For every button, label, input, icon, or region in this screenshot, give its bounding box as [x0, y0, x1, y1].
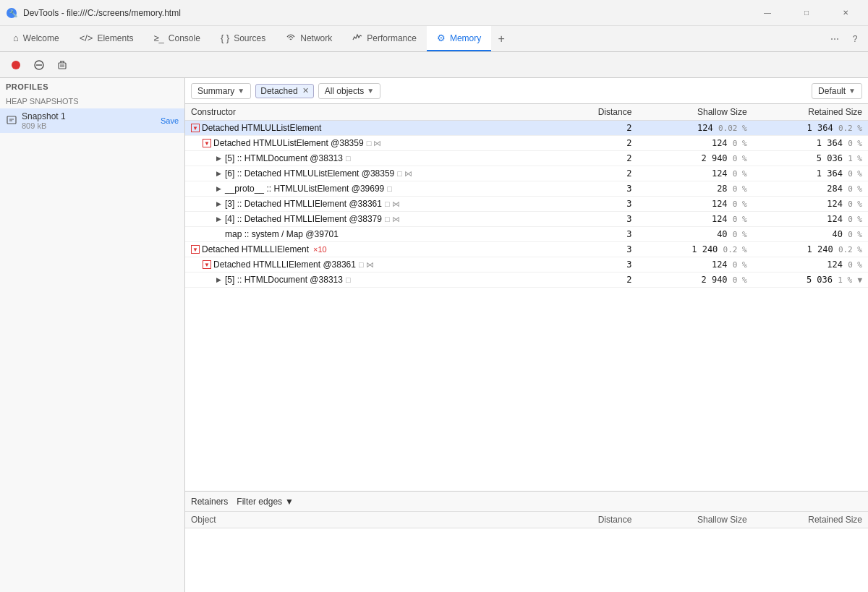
- table-row[interactable]: ▼ Detached HTMLLLIElement @38361 □ ⋈ 3 1…: [185, 257, 868, 273]
- ret-distance-header[interactable]: Distance: [561, 512, 637, 528]
- sidebar: Profiles HEAP SNAPSHOTS Snapshot 1 809 k…: [0, 78, 185, 592]
- node-icon[interactable]: □: [346, 154, 351, 163]
- retained-val: 5 036 1 %: [753, 151, 868, 166]
- constructor-header[interactable]: Constructor: [185, 104, 561, 121]
- node-icon[interactable]: □: [367, 139, 372, 147]
- node-icon[interactable]: □: [385, 215, 390, 223]
- clear-profiles-button[interactable]: [29, 55, 49, 75]
- retained-val: 1 364 0 %: [753, 166, 868, 181]
- node-icon[interactable]: □: [346, 275, 351, 284]
- ret-shallow-header[interactable]: Shallow Size: [637, 512, 752, 528]
- performance-icon: [352, 32, 362, 44]
- default-dropdown[interactable]: Default ▼: [812, 83, 862, 99]
- help-button[interactable]: ?: [845, 29, 865, 49]
- expand-btn[interactable]: ▶: [214, 154, 223, 163]
- more-tabs-button[interactable]: ⋯: [825, 29, 845, 49]
- close-button[interactable]: ✕: [829, 0, 862, 26]
- retained-val: 40 0 %: [753, 227, 868, 242]
- expand-collapse-btn[interactable]: ▼: [203, 260, 211, 269]
- summary-label: Summary: [197, 86, 234, 96]
- node-icon[interactable]: □: [359, 260, 364, 269]
- new-tab-button[interactable]: +: [491, 29, 511, 49]
- tab-elements[interactable]: </> Elements: [69, 26, 144, 51]
- expand-btn[interactable]: ▶: [214, 215, 223, 223]
- maximize-button[interactable]: □: [790, 0, 823, 26]
- filter-tag-close[interactable]: ✕: [302, 86, 309, 95]
- summary-arrow: ▼: [237, 87, 244, 95]
- filter-tag[interactable]: Detached ✕: [255, 84, 313, 98]
- devtools-icon: 🔧: [6, 7, 17, 19]
- minimize-button[interactable]: —: [751, 0, 784, 26]
- tab-memory[interactable]: ⚙ Memory: [427, 26, 491, 51]
- filter-edges-button[interactable]: Filter edges ▼: [237, 497, 294, 507]
- table-row[interactable]: ▼ Detached HTMLULListElement 2 124 0.02 …: [185, 121, 868, 136]
- summary-dropdown[interactable]: Summary ▼: [191, 83, 251, 99]
- snapshot-item[interactable]: Snapshot 1 809 kB Save: [0, 108, 184, 133]
- delete-button[interactable]: [52, 55, 72, 75]
- constructor-label: Detached HTMLLLIElement: [202, 244, 309, 254]
- node-icon[interactable]: □: [385, 200, 390, 208]
- save-snapshot-button[interactable]: Save: [161, 116, 179, 125]
- retained-val: 1 240 0.2 %: [753, 242, 868, 257]
- svg-text:🔧: 🔧: [9, 9, 17, 18]
- tab-network[interactable]: Network: [276, 26, 342, 51]
- distance-val: 3: [561, 227, 637, 242]
- table-row[interactable]: ▶ [5] :: HTMLDocument @38313 □ 2 2 940 0…: [185, 273, 868, 288]
- expand-collapse-btn[interactable]: ▼: [203, 139, 211, 147]
- table-row[interactable]: ▼ Detached HTMLLLIElement ×10 3 1 240 0.…: [185, 242, 868, 257]
- expand-collapse-btn[interactable]: ▼: [191, 124, 200, 132]
- tab-network-label: Network: [300, 33, 332, 43]
- table-row[interactable]: ▶ [4] :: Detached HTMLLIElement @38379 □…: [185, 212, 868, 227]
- retained-val: 124 0 %: [753, 197, 868, 212]
- all-objects-label: All objects: [325, 86, 365, 96]
- shallow-size-header[interactable]: Shallow Size: [637, 104, 752, 121]
- shallow-val: 124 0.02 %: [637, 121, 752, 136]
- tab-sources-label: Sources: [234, 33, 265, 43]
- node-icon[interactable]: □: [397, 169, 402, 178]
- tab-welcome-label: Welcome: [23, 33, 59, 43]
- link-icon[interactable]: ⋈: [366, 260, 374, 270]
- shallow-val: 124 0 %: [637, 197, 752, 212]
- snapshot-name: Snapshot 1: [22, 111, 156, 121]
- distance-val: 2: [561, 151, 637, 166]
- network-icon: [286, 32, 296, 44]
- sources-icon: { }: [221, 33, 229, 43]
- tab-performance[interactable]: Performance: [342, 26, 427, 51]
- constructor-label: Detached HTMLUListElement @38359: [213, 138, 364, 148]
- svg-point-2: [12, 61, 20, 69]
- tab-sources[interactable]: { } Sources: [210, 26, 276, 51]
- distance-val: 2: [561, 121, 637, 136]
- constructor-label: [5] :: HTMLDocument @38313: [225, 275, 343, 285]
- tab-console[interactable]: ≥_ Console: [143, 26, 210, 51]
- table-row[interactable]: ▶ [5] :: HTMLDocument @38313 □ 2 2 940 0…: [185, 151, 868, 166]
- distance-header[interactable]: Distance: [561, 104, 637, 121]
- table-row[interactable]: ▶ __proto__ :: HTMLUListElement @39699 □…: [185, 181, 868, 197]
- expand-collapse-btn[interactable]: ▼: [191, 245, 200, 254]
- expand-btn[interactable]: ▶: [214, 184, 223, 193]
- shallow-val: 124 0 %: [637, 212, 752, 227]
- retained-val: 124 0 %: [753, 212, 868, 227]
- expand-btn[interactable]: ▶: [214, 169, 223, 178]
- table-row[interactable]: ▶ [3] :: Detached HTMLLIElement @38361 □…: [185, 197, 868, 212]
- table-row[interactable]: ▼ Detached HTMLUListElement @38359 □ ⋈ 2…: [185, 136, 868, 151]
- table-row[interactable]: map :: system / Map @39701 3 40 0 % 40 0…: [185, 227, 868, 242]
- window-controls[interactable]: — □ ✕: [751, 0, 862, 26]
- shallow-val: 28 0 %: [637, 181, 752, 197]
- object-header[interactable]: Object: [185, 512, 561, 528]
- table-row[interactable]: ▶ [6] :: Detached HTMLUListElement @3835…: [185, 166, 868, 181]
- retained-size-header[interactable]: Retained Size: [753, 104, 868, 121]
- link-icon[interactable]: ⋈: [373, 139, 381, 148]
- svg-rect-12: [7, 116, 16, 124]
- scroll-down-icon[interactable]: ▼: [857, 275, 862, 285]
- link-icon[interactable]: ⋈: [404, 169, 412, 179]
- record-button[interactable]: [6, 55, 26, 75]
- ret-retained-header[interactable]: Retained Size: [753, 512, 868, 528]
- tab-welcome[interactable]: ⌂ Welcome: [3, 26, 69, 51]
- node-icon[interactable]: □: [387, 184, 392, 193]
- all-objects-dropdown[interactable]: All objects ▼: [318, 83, 381, 99]
- expand-btn[interactable]: ▶: [214, 200, 223, 208]
- link-icon[interactable]: ⋈: [392, 200, 400, 209]
- expand-btn[interactable]: ▶: [214, 275, 223, 284]
- filter-edges-label: Filter edges: [237, 497, 282, 507]
- link-icon[interactable]: ⋈: [392, 215, 400, 224]
